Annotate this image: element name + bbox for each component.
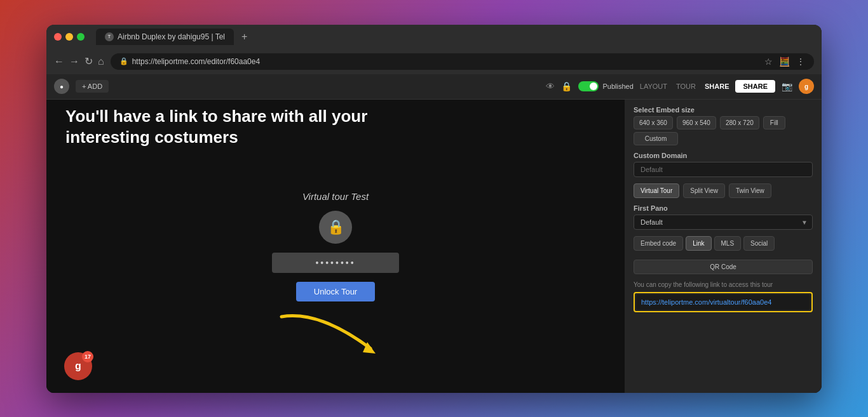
- browser-window: T Airbnb Duplex by dahigu95 | Tel + ← → …: [46, 25, 822, 393]
- right-panel: Select Embed size 640 x 360 960 x 540 28…: [625, 100, 822, 393]
- info-text: You can copy the following link to acces…: [634, 281, 813, 289]
- nav-layout[interactable]: LAYOUT: [640, 83, 667, 90]
- embed-size-section: Select Embed size 640 x 360 960 x 540 28…: [634, 106, 813, 145]
- tour-link-input[interactable]: [636, 295, 810, 310]
- first-pano-label: First Pano: [634, 204, 813, 212]
- app-bar: ● + ADD 👁 🔒 Published LAYOUT TOUR SHARE …: [46, 74, 822, 100]
- share-button[interactable]: SHARE: [735, 80, 775, 93]
- tab-favicon: T: [105, 32, 114, 41]
- address-bar[interactable]: 🔒 https://teliportme.com/editor/f60aa0e4…: [111, 53, 814, 70]
- home-button[interactable]: ⌂: [98, 56, 104, 67]
- mls-button[interactable]: MLS: [714, 236, 742, 251]
- tour-lock-card: Virtual tour Test 🔒 Unlock Tour: [272, 191, 399, 301]
- traffic-lights: [54, 33, 85, 41]
- browser-titlebar: T Airbnb Duplex by dahigu95 | Tel +: [46, 25, 822, 49]
- badge-letter: g: [75, 361, 81, 372]
- address-icons: ☆ 🧮 ⋮: [764, 56, 805, 67]
- embed-size-label: Select Embed size: [634, 106, 813, 114]
- qr-code-button[interactable]: QR Code: [634, 260, 813, 274]
- lock-icon[interactable]: 🔒: [561, 81, 572, 91]
- app-logo: ●: [54, 79, 69, 94]
- toggle-switch[interactable]: [578, 81, 599, 91]
- main-content: You'll have a link to share with all you…: [46, 100, 822, 393]
- maximize-button[interactable]: [77, 33, 85, 41]
- svg-marker-0: [363, 342, 376, 354]
- headline-line1: You'll have a link to share with all you…: [65, 106, 367, 128]
- tour-preview: You'll have a link to share with all you…: [46, 100, 625, 393]
- password-input[interactable]: [272, 253, 399, 273]
- published-label: Published: [602, 83, 633, 90]
- extension-icon[interactable]: 🧮: [779, 56, 790, 67]
- app-bar-right: 👁 🔒 Published LAYOUT TOUR SHARE SHARE 📷 …: [546, 79, 814, 94]
- social-button[interactable]: Social: [743, 236, 775, 251]
- eye-icon[interactable]: 👁: [546, 81, 555, 91]
- first-pano-section: First Pano Default ▼: [634, 204, 813, 230]
- tour-title: Virtual tour Test: [302, 191, 369, 202]
- virtual-tour-button[interactable]: Virtual Tour: [634, 183, 679, 198]
- bookmark-icon[interactable]: ☆: [764, 56, 773, 67]
- published-toggle[interactable]: Published: [578, 81, 633, 91]
- link-section: You can copy the following link to acces…: [634, 281, 813, 312]
- custom-domain-label: Custom Domain: [634, 152, 813, 159]
- add-button[interactable]: + ADD: [76, 80, 109, 93]
- avatar[interactable]: g: [799, 79, 814, 94]
- pano-select[interactable]: Default: [634, 215, 813, 230]
- lock-circle: 🔒: [319, 211, 352, 244]
- browser-content: ● + ADD 👁 🔒 Published LAYOUT TOUR SHARE …: [46, 74, 822, 393]
- link-input-wrapper: [634, 292, 813, 312]
- nav-links: LAYOUT TOUR SHARE: [640, 83, 729, 90]
- badge-count: 17: [82, 351, 93, 362]
- custom-domain-section: Custom Domain: [634, 152, 813, 177]
- size-buttons: 640 x 360 960 x 540 280 x 720 Fill: [634, 116, 813, 129]
- toggle-knob: [590, 83, 597, 90]
- new-tab-button[interactable]: +: [241, 31, 247, 43]
- tab-title: Airbnb Duplex by dahigu95 | Tel: [118, 32, 225, 41]
- minimize-button[interactable]: [65, 33, 73, 41]
- secure-icon: 🔒: [119, 57, 128, 65]
- browser-tab[interactable]: T Airbnb Duplex by dahigu95 | Tel: [96, 29, 234, 45]
- tab-buttons: Embed code Link MLS Social: [634, 236, 813, 251]
- headline-line2: interesting costumers: [65, 127, 367, 149]
- back-button[interactable]: ←: [54, 56, 64, 67]
- size-280-button[interactable]: 280 x 720: [720, 116, 759, 129]
- unlock-tour-button[interactable]: Unlock Tour: [296, 282, 375, 301]
- overlay-text: You'll have a link to share with all you…: [65, 106, 367, 149]
- domain-input[interactable]: [634, 162, 813, 177]
- nav-buttons: ← → ↻ ⌂: [54, 55, 104, 67]
- notification-badge: g 17: [64, 352, 92, 380]
- size-960-button[interactable]: 960 x 540: [677, 116, 716, 129]
- split-view-button[interactable]: Split View: [683, 183, 725, 198]
- twin-view-button[interactable]: Twin View: [729, 183, 771, 198]
- nav-tour[interactable]: TOUR: [676, 83, 696, 90]
- address-text: https://teliportme.com/editor/f60aa0e4: [132, 57, 260, 66]
- link-button[interactable]: Link: [686, 236, 711, 251]
- view-buttons: Virtual Tour Split View Twin View: [634, 183, 813, 198]
- reload-button[interactable]: ↻: [85, 55, 93, 67]
- browser-addressbar: ← → ↻ ⌂ 🔒 https://teliportme.com/editor/…: [46, 49, 822, 74]
- close-button[interactable]: [54, 33, 62, 41]
- camera-icon[interactable]: 📷: [782, 81, 792, 91]
- nav-share[interactable]: SHARE: [705, 83, 729, 90]
- custom-size-button[interactable]: Custom: [634, 132, 678, 145]
- size-640-button[interactable]: 640 x 360: [634, 116, 673, 129]
- size-fill-button[interactable]: Fill: [763, 116, 785, 129]
- embed-code-button[interactable]: Embed code: [634, 236, 683, 251]
- arrow-annotation: [269, 304, 409, 367]
- forward-button[interactable]: →: [69, 56, 79, 67]
- menu-icon[interactable]: ⋮: [796, 56, 805, 67]
